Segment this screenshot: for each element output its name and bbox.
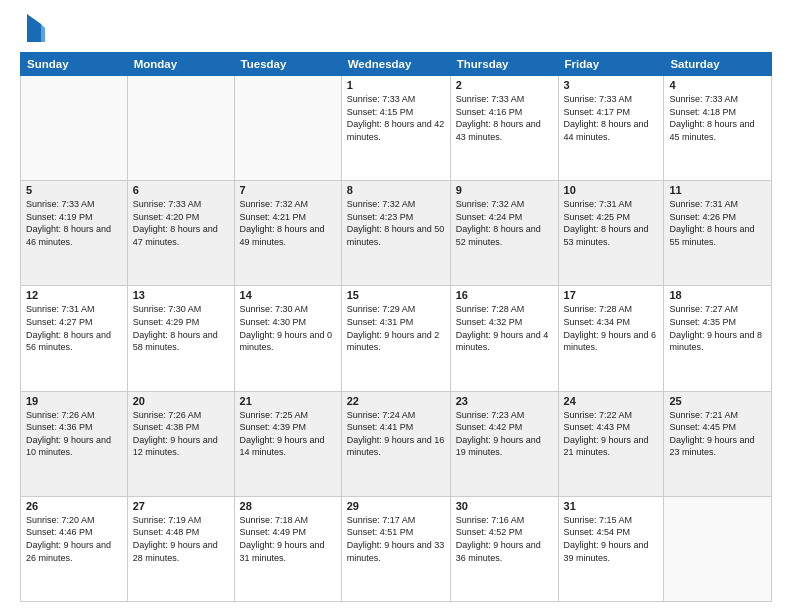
calendar-cell (664, 496, 772, 601)
col-saturday: Saturday (664, 53, 772, 76)
day-info: Sunrise: 7:20 AM Sunset: 4:46 PM Dayligh… (26, 514, 122, 564)
day-number: 31 (564, 500, 659, 512)
day-info: Sunrise: 7:32 AM Sunset: 4:21 PM Dayligh… (240, 198, 336, 248)
day-number: 26 (26, 500, 122, 512)
logo (20, 16, 45, 44)
calendar-cell: 17Sunrise: 7:28 AM Sunset: 4:34 PM Dayli… (558, 286, 664, 391)
calendar-cell: 31Sunrise: 7:15 AM Sunset: 4:54 PM Dayli… (558, 496, 664, 601)
svg-marker-1 (41, 24, 45, 42)
calendar-cell: 6Sunrise: 7:33 AM Sunset: 4:20 PM Daylig… (127, 181, 234, 286)
calendar-cell: 5Sunrise: 7:33 AM Sunset: 4:19 PM Daylig… (21, 181, 128, 286)
calendar-cell: 4Sunrise: 7:33 AM Sunset: 4:18 PM Daylig… (664, 76, 772, 181)
day-info: Sunrise: 7:21 AM Sunset: 4:45 PM Dayligh… (669, 409, 766, 459)
calendar-week-row: 19Sunrise: 7:26 AM Sunset: 4:36 PM Dayli… (21, 391, 772, 496)
calendar-week-row: 1Sunrise: 7:33 AM Sunset: 4:15 PM Daylig… (21, 76, 772, 181)
day-number: 29 (347, 500, 445, 512)
calendar-week-row: 12Sunrise: 7:31 AM Sunset: 4:27 PM Dayli… (21, 286, 772, 391)
day-number: 22 (347, 395, 445, 407)
day-info: Sunrise: 7:26 AM Sunset: 4:38 PM Dayligh… (133, 409, 229, 459)
calendar-week-row: 5Sunrise: 7:33 AM Sunset: 4:19 PM Daylig… (21, 181, 772, 286)
day-number: 4 (669, 79, 766, 91)
col-friday: Friday (558, 53, 664, 76)
day-number: 13 (133, 289, 229, 301)
calendar-table: Sunday Monday Tuesday Wednesday Thursday… (20, 52, 772, 602)
day-info: Sunrise: 7:31 AM Sunset: 4:26 PM Dayligh… (669, 198, 766, 248)
day-number: 14 (240, 289, 336, 301)
day-info: Sunrise: 7:29 AM Sunset: 4:31 PM Dayligh… (347, 303, 445, 353)
calendar-cell: 19Sunrise: 7:26 AM Sunset: 4:36 PM Dayli… (21, 391, 128, 496)
day-info: Sunrise: 7:31 AM Sunset: 4:27 PM Dayligh… (26, 303, 122, 353)
calendar-cell: 24Sunrise: 7:22 AM Sunset: 4:43 PM Dayli… (558, 391, 664, 496)
col-sunday: Sunday (21, 53, 128, 76)
calendar-cell: 8Sunrise: 7:32 AM Sunset: 4:23 PM Daylig… (341, 181, 450, 286)
calendar-cell: 22Sunrise: 7:24 AM Sunset: 4:41 PM Dayli… (341, 391, 450, 496)
calendar-cell: 14Sunrise: 7:30 AM Sunset: 4:30 PM Dayli… (234, 286, 341, 391)
calendar-cell: 16Sunrise: 7:28 AM Sunset: 4:32 PM Dayli… (450, 286, 558, 391)
calendar-cell: 21Sunrise: 7:25 AM Sunset: 4:39 PM Dayli… (234, 391, 341, 496)
day-number: 24 (564, 395, 659, 407)
day-info: Sunrise: 7:33 AM Sunset: 4:18 PM Dayligh… (669, 93, 766, 143)
calendar-cell: 2Sunrise: 7:33 AM Sunset: 4:16 PM Daylig… (450, 76, 558, 181)
calendar-header-row: Sunday Monday Tuesday Wednesday Thursday… (21, 53, 772, 76)
col-wednesday: Wednesday (341, 53, 450, 76)
logo-icon (23, 14, 45, 44)
calendar-cell (127, 76, 234, 181)
calendar-cell: 20Sunrise: 7:26 AM Sunset: 4:38 PM Dayli… (127, 391, 234, 496)
day-number: 2 (456, 79, 553, 91)
day-info: Sunrise: 7:24 AM Sunset: 4:41 PM Dayligh… (347, 409, 445, 459)
day-info: Sunrise: 7:30 AM Sunset: 4:29 PM Dayligh… (133, 303, 229, 353)
svg-marker-0 (27, 14, 41, 42)
day-info: Sunrise: 7:31 AM Sunset: 4:25 PM Dayligh… (564, 198, 659, 248)
calendar-cell: 30Sunrise: 7:16 AM Sunset: 4:52 PM Dayli… (450, 496, 558, 601)
day-number: 6 (133, 184, 229, 196)
day-info: Sunrise: 7:32 AM Sunset: 4:23 PM Dayligh… (347, 198, 445, 248)
calendar-cell: 23Sunrise: 7:23 AM Sunset: 4:42 PM Dayli… (450, 391, 558, 496)
col-tuesday: Tuesday (234, 53, 341, 76)
day-info: Sunrise: 7:25 AM Sunset: 4:39 PM Dayligh… (240, 409, 336, 459)
calendar-cell: 28Sunrise: 7:18 AM Sunset: 4:49 PM Dayli… (234, 496, 341, 601)
day-info: Sunrise: 7:32 AM Sunset: 4:24 PM Dayligh… (456, 198, 553, 248)
calendar-cell: 7Sunrise: 7:32 AM Sunset: 4:21 PM Daylig… (234, 181, 341, 286)
day-info: Sunrise: 7:16 AM Sunset: 4:52 PM Dayligh… (456, 514, 553, 564)
day-info: Sunrise: 7:17 AM Sunset: 4:51 PM Dayligh… (347, 514, 445, 564)
day-number: 17 (564, 289, 659, 301)
page: Sunday Monday Tuesday Wednesday Thursday… (0, 0, 792, 612)
day-number: 12 (26, 289, 122, 301)
calendar-cell: 29Sunrise: 7:17 AM Sunset: 4:51 PM Dayli… (341, 496, 450, 601)
day-number: 27 (133, 500, 229, 512)
day-info: Sunrise: 7:27 AM Sunset: 4:35 PM Dayligh… (669, 303, 766, 353)
calendar-cell (21, 76, 128, 181)
day-info: Sunrise: 7:28 AM Sunset: 4:32 PM Dayligh… (456, 303, 553, 353)
day-info: Sunrise: 7:33 AM Sunset: 4:16 PM Dayligh… (456, 93, 553, 143)
day-info: Sunrise: 7:22 AM Sunset: 4:43 PM Dayligh… (564, 409, 659, 459)
day-number: 10 (564, 184, 659, 196)
calendar-cell: 25Sunrise: 7:21 AM Sunset: 4:45 PM Dayli… (664, 391, 772, 496)
day-number: 15 (347, 289, 445, 301)
calendar-cell: 18Sunrise: 7:27 AM Sunset: 4:35 PM Dayli… (664, 286, 772, 391)
calendar-week-row: 26Sunrise: 7:20 AM Sunset: 4:46 PM Dayli… (21, 496, 772, 601)
col-monday: Monday (127, 53, 234, 76)
day-info: Sunrise: 7:28 AM Sunset: 4:34 PM Dayligh… (564, 303, 659, 353)
day-number: 9 (456, 184, 553, 196)
calendar-cell: 15Sunrise: 7:29 AM Sunset: 4:31 PM Dayli… (341, 286, 450, 391)
day-info: Sunrise: 7:19 AM Sunset: 4:48 PM Dayligh… (133, 514, 229, 564)
calendar-cell: 13Sunrise: 7:30 AM Sunset: 4:29 PM Dayli… (127, 286, 234, 391)
day-info: Sunrise: 7:30 AM Sunset: 4:30 PM Dayligh… (240, 303, 336, 353)
day-number: 18 (669, 289, 766, 301)
calendar-cell: 3Sunrise: 7:33 AM Sunset: 4:17 PM Daylig… (558, 76, 664, 181)
day-number: 30 (456, 500, 553, 512)
day-info: Sunrise: 7:33 AM Sunset: 4:19 PM Dayligh… (26, 198, 122, 248)
day-number: 5 (26, 184, 122, 196)
calendar-cell: 9Sunrise: 7:32 AM Sunset: 4:24 PM Daylig… (450, 181, 558, 286)
day-info: Sunrise: 7:33 AM Sunset: 4:15 PM Dayligh… (347, 93, 445, 143)
day-info: Sunrise: 7:15 AM Sunset: 4:54 PM Dayligh… (564, 514, 659, 564)
col-thursday: Thursday (450, 53, 558, 76)
day-number: 1 (347, 79, 445, 91)
day-number: 21 (240, 395, 336, 407)
day-number: 7 (240, 184, 336, 196)
day-number: 8 (347, 184, 445, 196)
calendar-cell (234, 76, 341, 181)
calendar-cell: 10Sunrise: 7:31 AM Sunset: 4:25 PM Dayli… (558, 181, 664, 286)
calendar-cell: 11Sunrise: 7:31 AM Sunset: 4:26 PM Dayli… (664, 181, 772, 286)
calendar-cell: 27Sunrise: 7:19 AM Sunset: 4:48 PM Dayli… (127, 496, 234, 601)
